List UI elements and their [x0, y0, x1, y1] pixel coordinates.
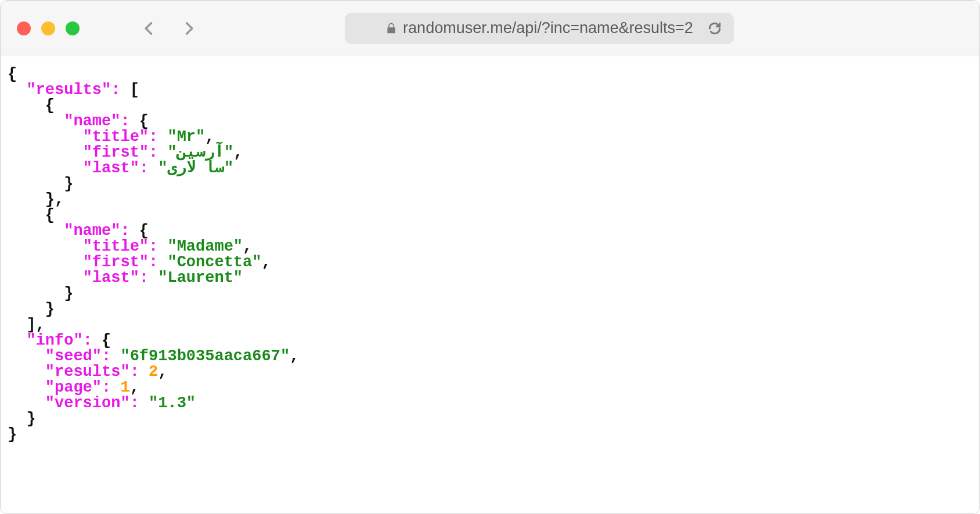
lock-icon [385, 23, 397, 34]
brace: }, [45, 191, 64, 208]
window-controls [17, 21, 80, 35]
json-string: "Madame" [167, 238, 243, 255]
json-key: "results" [45, 363, 130, 381]
brace: { [45, 207, 55, 224]
bracket: ], [26, 316, 45, 334]
json-string: "6f913b035aaca667" [120, 348, 290, 365]
comma: , [290, 348, 299, 365]
colon: : [130, 394, 139, 412]
page-content: { "results": [ { "name": { "title": "Mr"… [1, 56, 979, 513]
colon: : [130, 363, 139, 381]
json-key: "last" [83, 269, 139, 287]
reload-button[interactable] [707, 21, 722, 36]
brace: { [45, 97, 55, 114]
json-string: "سا لاری" [158, 160, 233, 177]
url-text: randomuser.me/api/?inc=name&results=2 [403, 19, 693, 37]
close-window-button[interactable] [17, 21, 31, 35]
json-key: "first" [83, 144, 149, 161]
brace: { [139, 222, 149, 240]
json-key: "seed" [45, 348, 102, 365]
maximize-window-button[interactable] [66, 21, 80, 35]
json-string: "Mr" [167, 128, 205, 146]
comma: , [130, 379, 139, 396]
colon: : [149, 144, 158, 161]
comma: , [158, 363, 167, 381]
colon: : [149, 254, 158, 271]
json-key: "last" [83, 160, 139, 177]
json-key: "page" [45, 379, 102, 396]
json-key: "info" [26, 332, 82, 349]
brace: } [64, 285, 73, 302]
json-key: "name" [64, 113, 120, 130]
json-key: "first" [83, 254, 149, 271]
brace: } [26, 410, 35, 428]
brace: } [8, 426, 17, 443]
minimize-window-button[interactable] [41, 21, 55, 35]
colon: : [111, 81, 120, 99]
colon: : [139, 269, 149, 287]
comma: , [261, 254, 271, 271]
brace: } [45, 301, 55, 318]
colon: : [102, 348, 111, 365]
brace: { [102, 332, 111, 349]
address-bar[interactable]: randomuser.me/api/?inc=name&results=2 [345, 13, 734, 44]
colon: : [102, 379, 111, 396]
json-number: 1 [120, 379, 129, 396]
json-number: 2 [149, 363, 158, 381]
colon: : [149, 238, 158, 255]
json-key: "version" [45, 394, 130, 412]
colon: : [139, 160, 149, 177]
json-key: "title" [83, 238, 149, 255]
comma: , [243, 238, 252, 255]
address-area: randomuser.me/api/?inc=name&results=2 [197, 13, 963, 44]
colon: : [120, 222, 129, 240]
comma: , [205, 128, 214, 146]
json-string: "1.3" [149, 394, 196, 412]
brace: { [139, 113, 149, 130]
json-viewer: { "results": [ { "name": { "title": "Mr"… [8, 67, 972, 443]
json-string: "Concetta" [167, 254, 261, 271]
json-string: "آرسین" [167, 144, 233, 161]
brace: } [64, 175, 73, 193]
json-key: "name" [64, 222, 120, 240]
forward-button[interactable] [181, 20, 197, 37]
browser-toolbar: randomuser.me/api/?inc=name&results=2 [1, 1, 979, 56]
json-key: "results" [26, 81, 111, 99]
comma: , [233, 144, 243, 161]
brace: { [8, 66, 17, 83]
navigation-buttons [141, 20, 197, 37]
back-button[interactable] [141, 20, 157, 37]
json-key: "title" [83, 128, 149, 146]
json-string: "Laurent" [158, 269, 243, 287]
colon: : [120, 113, 129, 130]
colon: : [83, 332, 92, 349]
bracket: [ [130, 81, 139, 99]
colon: : [149, 128, 158, 146]
